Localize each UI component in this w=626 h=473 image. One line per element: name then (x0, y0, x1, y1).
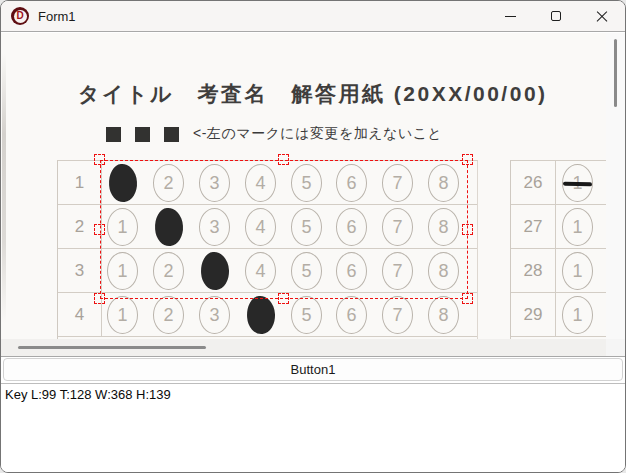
answer-bubble: 7 (382, 296, 413, 334)
scan-artifact (2, 53, 6, 323)
selection-handle[interactable] (462, 224, 473, 235)
grid-row: 261 (511, 161, 606, 205)
status-panel: Key L:99 T:128 W:368 H:139 (1, 384, 625, 472)
selection-handle[interactable] (94, 224, 105, 235)
selection-handle[interactable] (278, 154, 289, 165)
answer-bubble: 6 (336, 296, 367, 334)
answer-bubble: 1 (562, 208, 593, 246)
row-number: 3 (58, 249, 102, 292)
window-controls (487, 1, 625, 31)
answer-bubble: 5 (291, 296, 322, 334)
answer-grid-rows-26-29: 261271281291 (510, 160, 606, 339)
selection-handle[interactable] (462, 154, 473, 165)
delphi-icon: D (11, 7, 29, 25)
grid-row: 271 (511, 205, 606, 249)
timing-marks (106, 127, 193, 142)
answer-sheet-image[interactable]: タイトル 考査名 解答用紙 (20XX/00/00) <-左のマークには変更を加… (1, 33, 606, 339)
answer-bubble: 1 (107, 296, 138, 334)
maximize-icon (551, 11, 561, 21)
close-icon (595, 9, 609, 23)
answer-bubble: 2 (153, 296, 184, 334)
selection-handle[interactable] (278, 293, 289, 304)
timing-mark-square (106, 127, 121, 142)
delphi-icon-letter: D (16, 11, 23, 21)
row-number: 26 (511, 161, 556, 204)
sheet-title: タイトル 考査名 解答用紙 (20XX/00/00) (78, 80, 558, 108)
vertical-scrollbar[interactable] (606, 33, 625, 339)
answer-bubble: 3 (199, 296, 230, 334)
answer-bubble: 8 (428, 296, 459, 334)
horizontal-scrollbar-thumb[interactable] (18, 346, 206, 349)
row-number: 29 (511, 293, 556, 336)
timing-mark-square (164, 127, 179, 142)
grid-row: 291 (511, 293, 606, 337)
instruction-text: <-左のマークには変更を加えないこと (193, 125, 442, 143)
app-window: D Form1 タイトル 考査名 解答用紙 (20XX/00/00) <-左のマ… (0, 0, 626, 473)
scrollbar-corner (606, 339, 625, 356)
horizontal-scrollbar[interactable] (1, 339, 606, 356)
close-button[interactable] (579, 1, 625, 31)
selection-handle[interactable] (462, 293, 473, 304)
row-number: 28 (511, 249, 556, 292)
scroll-area: タイトル 考査名 解答用紙 (20XX/00/00) <-左のマークには変更を加… (1, 33, 625, 357)
vertical-scrollbar-thumb[interactable] (614, 39, 617, 107)
answer-bubble: 1 (562, 296, 593, 334)
window-title: Form1 (38, 9, 76, 24)
minimize-icon (505, 16, 516, 17)
grid-row: 281 (511, 249, 606, 293)
selection-handle[interactable] (94, 154, 105, 165)
selection-handle[interactable] (94, 293, 105, 304)
delphi-icon-ring: D (14, 10, 27, 23)
row-number: 27 (511, 205, 556, 248)
selection-rectangle[interactable] (100, 160, 468, 299)
answer-bubble: 1 (562, 252, 593, 290)
maximize-button[interactable] (533, 1, 579, 31)
timing-mark-square (135, 127, 150, 142)
button1[interactable]: Button1 (3, 358, 623, 381)
minimize-button[interactable] (487, 1, 533, 31)
instruction-row: <-左のマークには変更を加えないこと (106, 126, 442, 142)
status-text: Key L:99 T:128 W:368 H:139 (5, 387, 171, 402)
strike-through-mark (563, 182, 592, 187)
titlebar[interactable]: D Form1 (1, 1, 625, 32)
row-number: 1 (58, 161, 102, 204)
